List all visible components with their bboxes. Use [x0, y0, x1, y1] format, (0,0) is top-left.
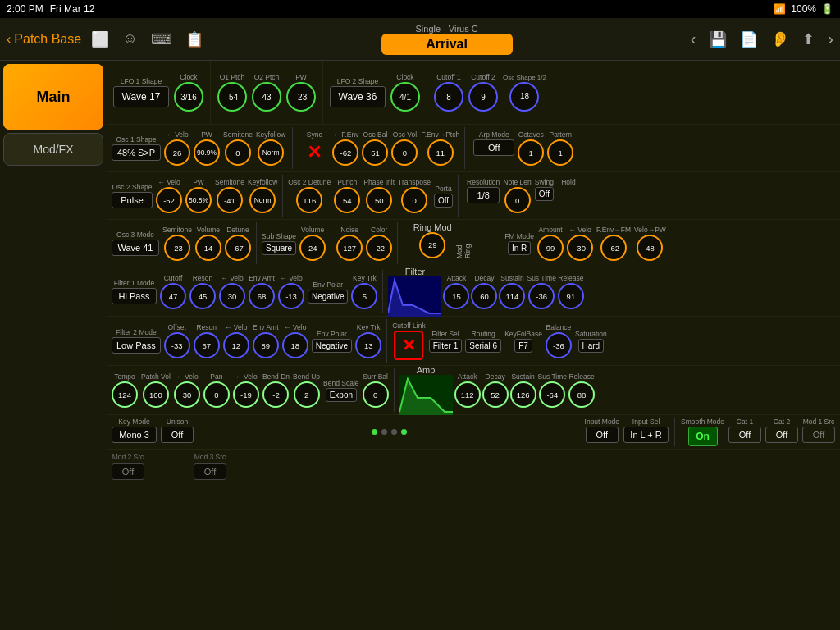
osc2-keyfol-knob[interactable]: Norm [249, 187, 276, 213]
arp-notelen-knob[interactable]: 0 [504, 187, 531, 213]
osc3-detune-knob[interactable]: -67 [225, 235, 251, 261]
filter1-keytrk-knob[interactable]: 5 [351, 283, 377, 309]
osc3-vol-knob[interactable]: 14 [195, 235, 221, 261]
inputmode-display[interactable]: Off [586, 427, 619, 443]
filter2-keytrk-knob[interactable]: 13 [355, 332, 381, 358]
osc3-mode-display[interactable]: Wave 41 [112, 240, 159, 256]
cutoff2-top-knob[interactable]: 9 [468, 82, 498, 112]
sub-vol-knob[interactable]: 24 [299, 235, 326, 261]
keyboard-icon[interactable]: ⌨ [151, 30, 172, 48]
bendup-knob[interactable]: 2 [294, 381, 320, 408]
filter2-velo-knob[interactable]: 12 [223, 332, 249, 358]
fenvfm-knob[interactable]: -62 [600, 235, 627, 261]
prev-patch-button[interactable]: ‹ [691, 30, 696, 48]
osc1-pw-knob[interactable]: 90.9% [194, 139, 220, 166]
fmamt-knob[interactable]: 99 [537, 235, 564, 261]
keyfolbase-display[interactable]: F7 [514, 339, 532, 353]
filter1-mode-display[interactable]: Hi Pass [112, 288, 157, 304]
back-button[interactable]: ‹ Patch Base [7, 32, 81, 47]
oscvol-knob[interactable]: 0 [391, 139, 418, 166]
filter1-velo-knob[interactable]: 30 [219, 283, 245, 309]
lfo2-clock-knob[interactable]: 4/1 [390, 82, 420, 112]
amp-sustain-knob[interactable]: 126 [510, 381, 536, 408]
cutofflink-display[interactable]: ✕ [394, 331, 423, 360]
filter1-cutoff-knob[interactable]: 47 [160, 283, 186, 309]
pan-knob[interactable]: 0 [203, 381, 230, 408]
saturation-display[interactable]: Hard [578, 339, 605, 353]
o2ptch-knob[interactable]: 43 [252, 82, 281, 112]
osc2-transpose-knob[interactable]: 0 [401, 187, 427, 213]
osc2-detune-knob[interactable]: 116 [296, 187, 322, 213]
modfx-tab-button[interactable]: Mod/FX [3, 133, 103, 166]
filter2-envpolar-display[interactable]: Negative [312, 339, 352, 353]
osc-shape-top-knob[interactable]: 18 [509, 82, 539, 112]
filtersel-display[interactable]: Filter 1 [429, 339, 463, 353]
osc1-semi-knob[interactable]: 0 [225, 139, 251, 166]
velo2-knob[interactable]: -19 [233, 381, 259, 408]
arp-octaves-knob[interactable]: 1 [518, 139, 544, 166]
osc2-punch-knob[interactable]: 54 [334, 187, 360, 213]
filter2-envamt-knob[interactable]: 89 [253, 332, 279, 358]
osc2-porta-display[interactable]: Off [434, 194, 453, 208]
fmmode-display[interactable]: In R [508, 241, 531, 255]
osc2-phaseinit-knob[interactable]: 50 [366, 187, 392, 213]
o1ptch-knob[interactable]: -54 [217, 82, 247, 112]
bendscale-display[interactable]: Expon [326, 388, 357, 402]
balance-knob[interactable]: -36 [546, 332, 572, 358]
copy-icon[interactable]: 📄 [740, 30, 758, 48]
mod1src-display[interactable]: Off [802, 427, 835, 443]
filterenv-sustain-knob[interactable]: 114 [499, 283, 525, 309]
save-icon[interactable]: 💾 [709, 30, 727, 48]
mod2src-display[interactable]: Off [112, 463, 144, 480]
tempo-knob[interactable]: 124 [112, 381, 138, 408]
patch-name[interactable]: Arrival [381, 34, 513, 55]
clipboard-icon[interactable]: 📋 [185, 30, 203, 48]
surrbal-knob[interactable]: 0 [363, 381, 389, 408]
filter1-envamt-knob[interactable]: 68 [249, 283, 275, 309]
filter2-reson-knob[interactable]: 67 [194, 332, 220, 358]
oscbal-knob[interactable]: 51 [362, 139, 388, 166]
unison-display[interactable]: Off [161, 427, 194, 443]
filterenv-decay-knob[interactable]: 60 [471, 283, 497, 309]
sub-shape-display[interactable]: Square [262, 241, 296, 255]
osc1-shape-display[interactable]: 48% S>P [112, 144, 161, 161]
osc2-shape-display[interactable]: Pulse [112, 192, 153, 208]
window-icon[interactable]: ⬜ [91, 30, 109, 48]
osc1-keyfol-knob[interactable]: Norm [258, 139, 284, 166]
routing-display[interactable]: Serial 6 [465, 339, 501, 353]
osc2-pw-knob[interactable]: 50.8% [185, 187, 212, 213]
cat2-display[interactable]: Off [765, 427, 798, 443]
filterenv-attack-knob[interactable]: 15 [443, 283, 469, 309]
osc1-velo-knob[interactable]: 26 [164, 139, 190, 166]
benddn-knob[interactable]: -2 [262, 381, 289, 408]
filter2-mode-display[interactable]: Low Pass [112, 337, 161, 354]
arp-pattern-knob[interactable]: 1 [547, 139, 573, 166]
lfo1-shape-display[interactable]: Wave 17 [113, 86, 169, 107]
osc2-semi-knob[interactable]: -41 [217, 187, 243, 213]
noise-knob[interactable]: 127 [336, 235, 363, 261]
keymode-display[interactable]: Mono 3 [112, 427, 157, 443]
inputsel-display[interactable]: In L + R [623, 427, 669, 443]
osc2-velo-knob[interactable]: -52 [156, 187, 182, 213]
main-tab-button[interactable]: Main [3, 64, 103, 130]
next-patch-button[interactable]: › [828, 30, 833, 48]
arp-resolution-display[interactable]: 1/8 [467, 187, 500, 203]
fenv-knob[interactable]: -62 [332, 139, 358, 166]
osc3-semi-knob[interactable]: -23 [164, 235, 190, 261]
sync-cross[interactable]: ✕ [307, 144, 322, 162]
amp-release-knob[interactable]: 88 [568, 381, 595, 408]
filterenv-sustime-knob[interactable]: -36 [528, 283, 555, 309]
smooth-mode-display[interactable]: On [688, 427, 718, 446]
ringmod-knob[interactable]: 29 [419, 232, 445, 258]
velopw-knob[interactable]: 48 [637, 235, 663, 261]
filter1-envpolar-display[interactable]: Negative [308, 290, 348, 304]
arp-mode-display[interactable]: Off [473, 139, 514, 156]
lfo2-shape-display[interactable]: Wave 36 [330, 86, 386, 107]
amp-decay-knob[interactable]: 52 [482, 381, 509, 408]
filter2-offset-knob[interactable]: -33 [164, 332, 190, 358]
lfo1-clock-knob[interactable]: 3/16 [174, 82, 203, 112]
color-knob[interactable]: -22 [366, 235, 392, 261]
amp-sustime-knob[interactable]: -64 [539, 381, 565, 408]
share-icon[interactable]: ⬆ [802, 30, 815, 48]
smiley-icon[interactable]: ☺ [122, 30, 137, 48]
